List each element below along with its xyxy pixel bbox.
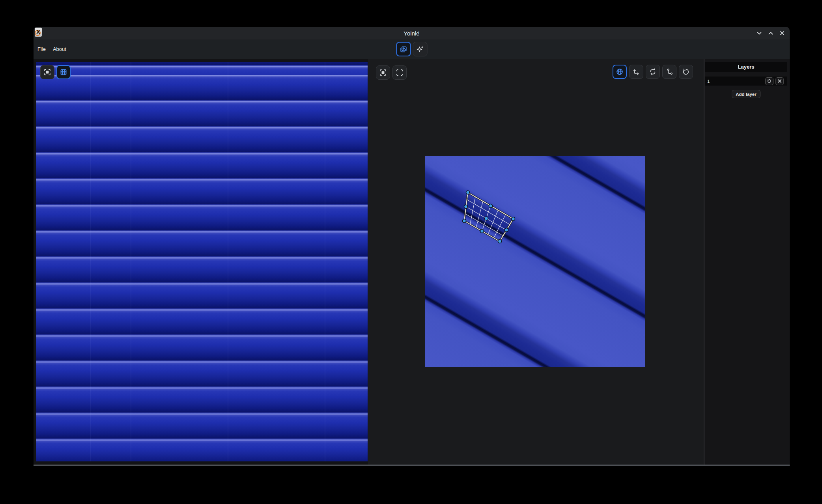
- fit-view-icon: [379, 69, 387, 77]
- mesh-handle[interactable]: [498, 240, 502, 243]
- grid-toggle-button[interactable]: [56, 65, 71, 79]
- texture-panel: [36, 62, 368, 461]
- render-image[interactable]: [425, 156, 645, 367]
- close-icon: [779, 30, 785, 36]
- rotate-ccw-icon: [682, 67, 690, 76]
- layer-reset-button[interactable]: [765, 77, 773, 85]
- chevron-up-icon: [768, 30, 773, 36]
- node-handles-tool-button[interactable]: [662, 65, 676, 79]
- images-icon: [399, 45, 408, 54]
- mesh-handle[interactable]: [466, 191, 470, 194]
- fit-view-icon: [43, 68, 51, 76]
- fullscreen-button[interactable]: [392, 65, 407, 80]
- close-button[interactable]: [779, 30, 785, 36]
- layers-header: Layers: [705, 62, 787, 72]
- app-window: X Yoink! File About: [34, 27, 790, 466]
- rotate-3d-tool-button[interactable]: [646, 65, 660, 79]
- layer-row[interactable]: 1: [705, 77, 787, 86]
- translate-tool-button[interactable]: [629, 65, 643, 79]
- fit-view-button[interactable]: [376, 65, 390, 80]
- warp-mesh[interactable]: [425, 156, 645, 367]
- menubar: File About: [34, 39, 790, 59]
- menu-file[interactable]: File: [37, 45, 47, 53]
- chevron-down-icon: [757, 30, 762, 36]
- layer-name[interactable]: 1: [705, 79, 765, 84]
- rotate-ccw-icon: [767, 78, 772, 84]
- effects-mode-button[interactable]: [413, 42, 427, 56]
- fullscreen-icon: [396, 69, 404, 77]
- mesh-handle[interactable]: [512, 217, 515, 221]
- texture-image[interactable]: [36, 62, 368, 461]
- reset-rotation-button[interactable]: [679, 65, 693, 79]
- mesh-handle[interactable]: [489, 204, 493, 208]
- close-icon: [777, 78, 782, 84]
- mesh-handle[interactable]: [480, 230, 484, 233]
- rotate-3d-icon: [648, 67, 657, 76]
- window-title: Yoink!: [34, 30, 790, 37]
- content-area: Layers 1 Add layer: [34, 59, 790, 465]
- grid-icon: [60, 68, 67, 76]
- translate-axes-icon: [632, 67, 641, 76]
- view-toolbar: [376, 65, 407, 80]
- minimize-button[interactable]: [756, 30, 762, 36]
- viewport-panel: [368, 59, 704, 465]
- mesh-handle[interactable]: [463, 219, 466, 223]
- mode-toolbar: [396, 42, 427, 56]
- globe-mode-button[interactable]: [613, 65, 627, 79]
- fit-view-button[interactable]: [40, 65, 54, 79]
- layer-delete-button[interactable]: [775, 77, 784, 85]
- mesh-handle[interactable]: [485, 217, 488, 220]
- mesh-handle[interactable]: [464, 205, 468, 209]
- menu-about[interactable]: About: [52, 45, 67, 53]
- node-handles-icon: [665, 67, 674, 76]
- texture-toolbar: [40, 65, 71, 79]
- titlebar: X Yoink!: [34, 27, 790, 39]
- sparkles-icon: [416, 45, 424, 54]
- layers-panel: Layers 1 Add layer: [704, 59, 790, 465]
- maximize-button[interactable]: [768, 30, 773, 36]
- texture-mode-button[interactable]: [396, 42, 411, 56]
- window-controls: [756, 27, 785, 39]
- globe-icon: [615, 67, 624, 76]
- add-layer-button[interactable]: Add layer: [732, 90, 760, 98]
- screen: X Yoink! File About: [0, 0, 822, 504]
- mesh-handle[interactable]: [505, 228, 508, 232]
- transform-toolbar: [613, 65, 693, 79]
- menu-items: File About: [37, 39, 67, 59]
